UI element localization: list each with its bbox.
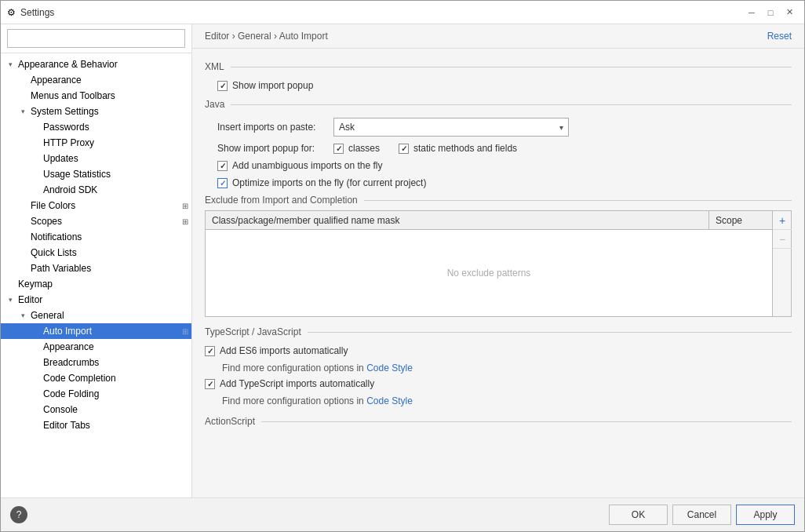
sidebar-item-general[interactable]: General <box>1 308 191 323</box>
sidebar-item-console[interactable]: Console <box>1 402 191 417</box>
reset-button[interactable]: Reset <box>767 31 792 42</box>
sidebar-item-scopes[interactable]: Scopes ⊞ <box>1 213 191 229</box>
leaf-icon <box>29 341 42 353</box>
sidebar-label: Editor <box>16 293 191 306</box>
static-methods-checkbox[interactable]: static methods and fields <box>399 143 517 154</box>
sidebar-item-updates[interactable]: Updates <box>1 151 191 166</box>
sidebar-label: Auto Import <box>42 325 182 337</box>
sidebar-item-passwords[interactable]: Passwords <box>1 119 191 135</box>
ts-find-more-1: Find more configuration options in Code … <box>205 363 792 373</box>
sidebar-item-code-completion[interactable]: Code Completion <box>1 370 191 386</box>
add-es6-label: Add ES6 imports automatically <box>220 345 348 356</box>
sidebar-label: Updates <box>42 152 191 165</box>
optimize-imports-checkbox[interactable]: Optimize imports on the fly (for current… <box>217 177 426 188</box>
maximize-button[interactable]: □ <box>762 4 779 21</box>
insert-imports-select[interactable]: Ask ▾ <box>333 118 569 137</box>
add-es6-row: Add ES6 imports automatically <box>205 345 792 356</box>
sidebar-item-appearance-editor[interactable]: Appearance <box>1 339 191 355</box>
add-unambiguous-checkbox[interactable]: Add unambiguous imports on the fly <box>217 160 382 171</box>
leaf-icon <box>16 89 29 102</box>
sidebar-item-appearance-behavior[interactable]: Appearance & Behavior <box>1 56 191 72</box>
sidebar-item-appearance[interactable]: Appearance <box>1 72 191 88</box>
sidebar-item-editor-tabs[interactable]: Editor Tabs <box>1 417 191 433</box>
sidebar-item-http-proxy[interactable]: HTTP Proxy <box>1 135 191 151</box>
show-popup-for-label: Show import popup for: <box>217 143 327 154</box>
help-button[interactable]: ? <box>10 506 27 523</box>
add-pattern-button[interactable]: + <box>773 211 792 230</box>
breadcrumb: Editor › General › Auto Import <box>205 31 328 42</box>
sidebar-label: Editor Tabs <box>42 419 191 432</box>
search-input[interactable] <box>7 29 185 48</box>
sidebar-label: Code Folding <box>42 388 191 400</box>
window-icon: ⚙ <box>7 7 16 18</box>
sidebar-label: Usage Statistics <box>42 168 191 180</box>
leaf-icon <box>29 388 42 400</box>
sidebar-label: System Settings <box>29 105 191 118</box>
expand-arrow-icon <box>16 105 29 118</box>
bottom-bar: ? OK Cancel Apply <box>1 497 804 531</box>
sidebar-item-auto-import[interactable]: Auto Import ⊞ <box>1 323 191 339</box>
add-unambiguous-label: Add unambiguous imports on the fly <box>232 160 382 171</box>
add-es6-checkbox[interactable]: Add ES6 imports automatically <box>205 345 348 356</box>
leaf-icon <box>16 262 29 275</box>
leaf-icon <box>29 325 42 337</box>
leaf-icon <box>29 419 42 432</box>
title-bar-left: ⚙ Settings <box>7 7 54 18</box>
sidebar-item-breadcrumbs[interactable]: Breadcrumbs <box>1 355 191 370</box>
checkbox-icon <box>399 144 409 154</box>
sidebar-item-system-settings[interactable]: System Settings <box>1 104 191 119</box>
classes-checkbox[interactable]: classes <box>333 143 380 154</box>
badge-icon: ⊞ <box>182 327 188 336</box>
show-import-popup-label: Show import popup <box>232 80 313 91</box>
sidebar-item-editor[interactable]: Editor <box>1 292 191 308</box>
leaf-icon <box>29 121 42 133</box>
sidebar-item-android-sdk[interactable]: Android SDK <box>1 182 191 198</box>
static-methods-label: static methods and fields <box>413 143 517 154</box>
sidebar-label: Path Variables <box>29 262 191 275</box>
sidebar-item-menus-toolbars[interactable]: Menus and Toolbars <box>1 88 191 104</box>
bottom-left: ? <box>10 506 27 523</box>
close-button[interactable]: ✕ <box>781 4 798 21</box>
sidebar-item-file-colors[interactable]: File Colors ⊞ <box>1 198 191 213</box>
leaf-icon <box>29 137 42 149</box>
ok-button[interactable]: OK <box>609 505 668 525</box>
settings-window: ⚙ Settings ─ □ ✕ Appearance & Behavior <box>0 0 805 532</box>
exclude-line <box>364 200 792 201</box>
badge-icon: ⊞ <box>182 202 188 210</box>
ts-section-divider: TypeScript / JavaScript <box>205 326 792 337</box>
sidebar-label: Menus and Toolbars <box>29 89 191 102</box>
minimize-button[interactable]: ─ <box>743 4 760 21</box>
cancel-button[interactable]: Cancel <box>672 505 731 525</box>
sidebar-item-usage-statistics[interactable]: Usage Statistics <box>1 166 191 182</box>
java-section-divider: Java <box>205 99 792 110</box>
code-style-link-1[interactable]: Code Style <box>366 363 413 373</box>
actionscript-section-divider: ActionScript <box>205 416 792 427</box>
classes-label: classes <box>348 143 380 154</box>
sidebar-item-notifications[interactable]: Notifications <box>1 229 191 245</box>
sidebar-item-path-variables[interactable]: Path Variables <box>1 261 191 276</box>
table-main: Class/package/member qualified name mask… <box>206 211 772 316</box>
optimize-imports-label: Optimize imports on the fly (for current… <box>232 177 426 188</box>
tree: Appearance & Behavior Appearance Menus a… <box>1 53 191 497</box>
remove-pattern-button[interactable]: − <box>773 230 792 249</box>
checkbox-icon <box>205 346 215 356</box>
ts-section: Add ES6 imports automatically Find more … <box>205 345 792 406</box>
optimize-imports-row: Optimize imports on the fly (for current… <box>217 177 792 188</box>
expand-arrow-icon <box>4 58 16 71</box>
table-header: Class/package/member qualified name mask… <box>206 211 772 230</box>
badge-icon: ⊞ <box>182 217 188 226</box>
add-ts-checkbox[interactable]: Add TypeScript imports automatically <box>205 378 374 389</box>
ts-find-more-text: Find more configuration options in <box>222 363 364 373</box>
java-section: Insert imports on paste: Ask ▾ Show impo… <box>205 118 792 188</box>
sidebar-item-code-folding[interactable]: Code Folding <box>1 386 191 402</box>
sidebar-item-quick-lists[interactable]: Quick Lists <box>1 245 191 261</box>
exclude-section-header: Exclude from Import and Completion <box>205 195 792 206</box>
window-title: Settings <box>20 7 54 18</box>
table-action-buttons: + − <box>772 211 791 316</box>
ts-find-more-2: Find more configuration options in Code … <box>205 395 792 406</box>
code-style-link-2[interactable]: Code Style <box>366 395 413 406</box>
sidebar-item-keymap[interactable]: Keymap <box>1 276 191 292</box>
apply-button[interactable]: Apply <box>736 505 795 525</box>
show-import-popup-checkbox[interactable]: Show import popup <box>217 80 313 91</box>
add-ts-label: Add TypeScript imports automatically <box>220 378 374 389</box>
